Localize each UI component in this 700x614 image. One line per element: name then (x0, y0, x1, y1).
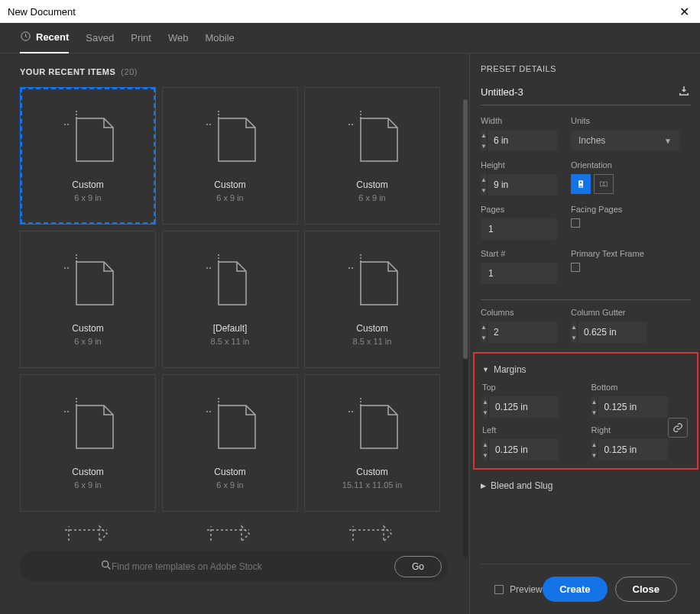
preset-size: 6 x 9 in (74, 337, 101, 346)
margin-bottom-stepper[interactable]: ▲▼ (591, 396, 668, 418)
preset-item[interactable]: Custom 6 x 9 in (20, 374, 156, 512)
tab-web[interactable]: Web (168, 23, 189, 53)
chevron-down-icon: ▼ (664, 137, 672, 145)
bleed-header[interactable]: ▶ Bleed and Slug (481, 480, 691, 491)
margins-header[interactable]: ▼ Margins (482, 364, 689, 375)
recent-heading: YOUR RECENT ITEMS (20) (20, 67, 466, 76)
tab-mobile[interactable]: Mobile (205, 23, 234, 53)
page-icon (345, 396, 399, 450)
page-icon (345, 518, 399, 542)
preset-name: Custom (356, 467, 387, 477)
page-icon (203, 109, 257, 163)
gutter-label: Column Gutter (571, 308, 647, 317)
page-icon (61, 253, 115, 306)
svg-rect-4 (600, 182, 607, 186)
page-icon (61, 396, 115, 450)
preset-item[interactable]: Custom 6 x 9 in (162, 374, 298, 512)
page-icon (345, 253, 399, 306)
preset-name: Custom (214, 179, 245, 190)
facing-pages-checkbox[interactable] (571, 218, 622, 228)
title-bar: New Document ✕ (0, 0, 700, 23)
scrollbar[interactable] (463, 99, 468, 557)
tab-print[interactable]: Print (131, 23, 151, 53)
orientation-label: Orientation (571, 160, 614, 170)
preset-item[interactable]: Custom 8.5 x 11 in (304, 231, 440, 368)
pages-input[interactable] (481, 218, 557, 240)
units-select[interactable]: Inches▼ (571, 130, 679, 151)
go-button[interactable]: Go (394, 556, 442, 577)
tabs: Recent Saved Print Web Mobile (0, 23, 700, 53)
preset-name: [Default] (213, 323, 248, 334)
margin-left-stepper[interactable]: ▲▼ (482, 439, 559, 460)
height-label: Height (481, 160, 557, 170)
tab-recent[interactable]: Recent (20, 23, 69, 53)
tab-recent-label: Recent (36, 31, 69, 43)
window-title: New Document (8, 6, 76, 18)
page-icon (345, 109, 399, 163)
svg-point-1 (102, 561, 109, 567)
search-icon (100, 559, 112, 574)
start-label: Start # (481, 249, 557, 258)
preset-item[interactable]: [Default] 8.5 x 11 in (162, 231, 298, 368)
preset-size: 6 x 9 in (74, 480, 101, 490)
orientation-portrait[interactable] (571, 174, 591, 194)
start-input[interactable] (481, 263, 557, 284)
orientation-landscape[interactable] (594, 174, 614, 194)
chevron-down-icon: ▼ (481, 141, 487, 151)
preset-size: 6 x 9 in (74, 193, 101, 202)
preset-name-input[interactable]: Untitled-3 (481, 86, 523, 98)
margin-left-label: Left (482, 425, 581, 435)
width-stepper[interactable]: ▲▼ (481, 130, 557, 151)
download-icon[interactable] (677, 84, 691, 100)
preset-item[interactable]: Custom 15.11 x 11.05 in (304, 374, 440, 512)
chevron-down-icon: ▼ (482, 366, 489, 373)
primary-text-frame-checkbox[interactable] (571, 263, 644, 272)
margin-bottom-input[interactable] (598, 396, 700, 418)
margin-top-stepper[interactable]: ▲▼ (482, 396, 559, 418)
columns-stepper[interactable]: ▲▼ (481, 322, 557, 343)
preset-details-header: PRESET DETAILS (481, 64, 691, 73)
margin-right-stepper[interactable]: ▲▼ (591, 439, 668, 460)
columns-label: Columns (481, 308, 557, 317)
page-icon (61, 109, 115, 163)
page-icon (61, 518, 115, 542)
preset-size: 8.5 x 11 in (353, 337, 392, 346)
preset-item[interactable]: Custom 6 x 9 in (20, 231, 156, 368)
margin-bottom-label: Bottom (591, 383, 690, 392)
units-label: Units (571, 116, 679, 125)
preset-panel: PRESET DETAILS Untitled-3 Width ▲▼ Units (469, 53, 700, 614)
pages-label: Pages (481, 205, 557, 214)
preset-item[interactable]: Custom 6 x 9 in (162, 87, 298, 225)
preview-checkbox[interactable] (494, 585, 504, 594)
link-margins-icon[interactable] (668, 418, 688, 438)
preset-size: 6 x 9 in (358, 193, 385, 202)
search-input[interactable] (81, 561, 382, 572)
tab-saved[interactable]: Saved (86, 23, 114, 53)
preset-item[interactable] (304, 518, 440, 542)
margin-top-label: Top (482, 383, 581, 392)
height-stepper[interactable]: ▲▼ (481, 174, 557, 196)
chevron-up-icon: ▲ (481, 130, 487, 141)
preset-grid: Custom 6 x 9 in Custom 6 x 9 in Custom 6… (20, 87, 466, 542)
preview-label: Preview (510, 584, 543, 595)
search-bar: Go (20, 551, 448, 582)
preset-name: Custom (214, 467, 245, 477)
gutter-input[interactable] (578, 322, 700, 343)
preset-item[interactable] (162, 518, 298, 542)
margins-section-highlight: ▼ Margins Top ▲▼ Bottom ▲▼ (473, 352, 698, 470)
preset-size: 8.5 x 11 in (211, 337, 250, 346)
close-button[interactable]: Close (615, 577, 677, 602)
page-icon (203, 396, 257, 450)
primary-label: Primary Text Frame (571, 249, 644, 258)
preset-name: Custom (72, 467, 103, 477)
footer: Preview Create Close (481, 564, 691, 614)
create-button[interactable]: Create (543, 577, 607, 602)
gutter-stepper[interactable]: ▲▼ (571, 322, 647, 343)
margin-right-input[interactable] (598, 439, 700, 460)
clock-icon (20, 31, 31, 44)
preset-item[interactable]: Custom 6 x 9 in (20, 87, 156, 225)
preset-item[interactable]: Custom 6 x 9 in (304, 87, 440, 225)
preset-item[interactable] (20, 518, 156, 542)
close-icon[interactable]: ✕ (676, 5, 692, 19)
width-label: Width (481, 116, 557, 125)
